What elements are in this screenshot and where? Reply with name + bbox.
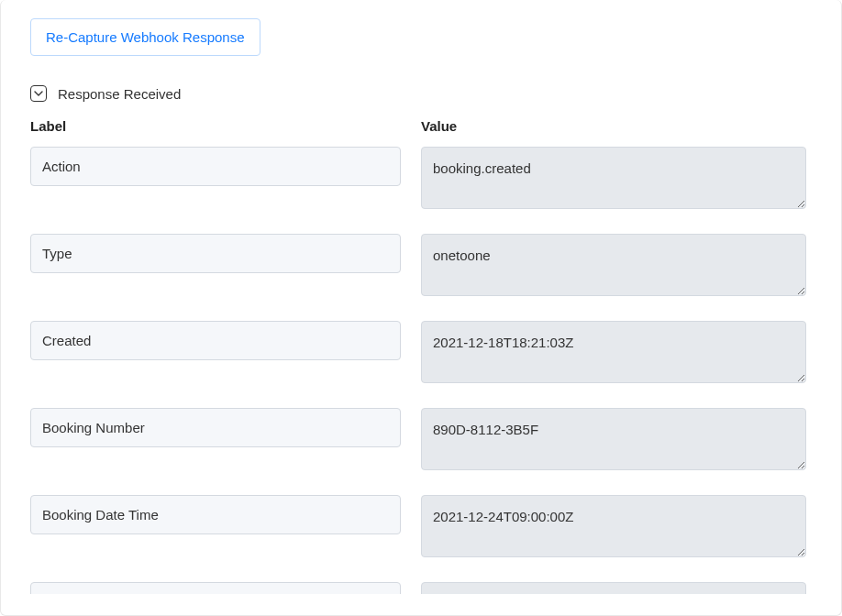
header-value: Value (421, 118, 812, 134)
recapture-webhook-button[interactable]: Re-Capture Webhook Response (30, 18, 260, 56)
value-textarea[interactable]: 2021-12-24T09:00:00Z (421, 495, 806, 557)
value-textarea[interactable]: 890D-8112-3B5F (421, 408, 806, 470)
value-textarea[interactable]: 2021-12-18T18:21:03Z (421, 321, 806, 383)
table-row: 2021-12-24T09:00:00Z (30, 495, 806, 560)
value-textarea[interactable] (421, 582, 806, 594)
table-row (30, 582, 806, 594)
value-textarea[interactable]: booking.created (421, 147, 806, 209)
table-row: onetoone (30, 234, 806, 299)
header-label: Label (30, 118, 421, 134)
table-row: 890D-8112-3B5F (30, 408, 806, 473)
label-input[interactable] (30, 321, 401, 360)
value-textarea[interactable]: onetoone (421, 234, 806, 296)
label-input[interactable] (30, 234, 401, 273)
collapse-toggle[interactable] (30, 85, 47, 102)
table-header: Label Value (30, 118, 812, 134)
label-input[interactable] (30, 582, 401, 594)
label-input[interactable] (30, 408, 401, 447)
table-row: booking.created (30, 147, 806, 212)
section-header: Response Received (30, 85, 812, 102)
section-title: Response Received (58, 86, 181, 102)
label-input[interactable] (30, 495, 401, 534)
webhook-panel: Re-Capture Webhook Response Response Rec… (0, 0, 842, 616)
label-input[interactable] (30, 147, 401, 186)
chevron-down-icon (34, 91, 43, 97)
table-row: 2021-12-18T18:21:03Z (30, 321, 806, 386)
rows-scroll-area[interactable]: booking.created onetoone 2021-12-18T18:2… (30, 147, 812, 594)
